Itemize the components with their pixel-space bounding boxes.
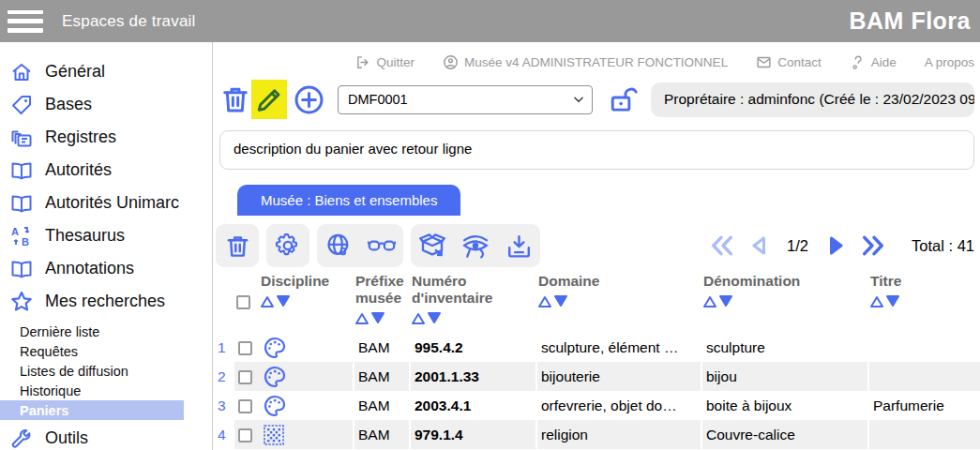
row-checkbox[interactable]: [238, 370, 252, 384]
read-view-button[interactable]: [368, 232, 396, 260]
contact-link[interactable]: Contact: [756, 54, 822, 70]
inventory-cell: 995.4.2: [410, 333, 536, 362]
table-header-row: Discipline Préfixe musée Numéro d'invent…: [214, 269, 980, 333]
last-page-button[interactable]: [861, 233, 885, 258]
sidebar-item-thesaurus[interactable]: AB Thesaurus: [0, 219, 212, 252]
quitter-link[interactable]: Quitter: [355, 54, 415, 70]
app-logo: BAM Flora: [850, 8, 972, 35]
sort-control[interactable]: [355, 312, 406, 324]
total-count: Total : 41: [912, 237, 974, 255]
svg-text:A: A: [11, 226, 19, 237]
export-box-button[interactable]: [418, 232, 446, 260]
domaine-cell: religion: [536, 420, 701, 449]
subnav-item-requetes[interactable]: Requêtes: [0, 341, 212, 361]
add-basket-button[interactable]: [293, 83, 324, 115]
column-header-titre: Titre: [868, 269, 980, 333]
sidebar-item-label: Thesaurus: [45, 226, 125, 246]
table-row: 2 BAM 2001.1.33 bijouterie bijou: [214, 362, 980, 391]
sort-control[interactable]: [412, 312, 533, 324]
download-button[interactable]: [505, 232, 533, 260]
book-icon: [9, 191, 34, 216]
next-page-button[interactable]: [823, 233, 848, 258]
sort-control[interactable]: [703, 295, 865, 308]
current-user[interactable]: Musée v4 ADMINISTRATEUR FONCTIONNEL: [443, 54, 728, 70]
domaine-cell: sculpture, élément …: [536, 333, 701, 362]
sidebar-item-mes-recherches[interactable]: Mes recherches: [0, 285, 212, 318]
table-row: 1 BAM 995.4.2 sculpture, élément … sculp…: [214, 333, 980, 362]
sort-control[interactable]: [538, 295, 698, 308]
palette-icon: [263, 365, 287, 389]
application-window: Espaces de travail BAM Flora Général Bas…: [0, 0, 980, 450]
preview-button[interactable]: [461, 232, 490, 260]
discipline-cell: [259, 420, 354, 449]
subnav-item-listes-de-diffusion[interactable]: Listes de diffusion: [0, 361, 212, 381]
hamburger-menu-icon[interactable]: [8, 8, 45, 36]
page-indicator: 1/2: [787, 237, 808, 255]
delete-basket-button[interactable]: [219, 83, 251, 115]
sidebar-item-label: Autorités: [45, 160, 112, 180]
sidebar-item-label: Général: [45, 62, 105, 82]
translate-icon: AB: [9, 224, 34, 248]
envelope-icon: [756, 54, 772, 70]
subnav-item-historique[interactable]: Historique: [0, 381, 212, 400]
sidebar-item-label: Outils: [45, 428, 88, 448]
domaine-cell: orfevrerie, objet do…: [536, 391, 701, 420]
previous-page-button[interactable]: [747, 233, 772, 258]
denomination-cell: Couvre-calice: [701, 420, 868, 449]
download-icon: [505, 232, 533, 260]
trash-icon: [220, 83, 250, 115]
sort-control[interactable]: [870, 295, 976, 308]
plus-circle-icon: [294, 84, 324, 115]
sidebar-item-general[interactable]: Général: [0, 55, 212, 88]
subnav-item-derniere-liste[interactable]: Dernière liste: [0, 322, 212, 341]
logout-icon: [355, 54, 371, 70]
first-page-button[interactable]: [710, 233, 734, 258]
settings-button[interactable]: [266, 224, 309, 267]
titre-cell: Parfumerie: [868, 391, 980, 420]
domaine-cell: bijouterie: [536, 362, 701, 391]
sidebar-item-registres[interactable]: Registres: [0, 121, 212, 154]
row-number-link[interactable]: 1: [214, 333, 234, 362]
main-content: Quitter Musée v4 ADMINISTRATEUR FONCTION…: [214, 42, 980, 450]
subnav-item-paniers[interactable]: Paniers: [0, 400, 184, 420]
row-number-link[interactable]: 4: [214, 420, 234, 449]
palette-icon: [263, 394, 287, 418]
sidebar-item-outils[interactable]: Outils: [0, 422, 212, 450]
registers-icon: [9, 126, 34, 150]
sidebar-item-autorites[interactable]: Autorités: [0, 154, 212, 187]
sidebar-item-label: Autorités Unimarc: [45, 193, 179, 213]
scope-tab-musee-biens[interactable]: Musée : Biens et ensembles: [237, 185, 460, 216]
inventory-cell: 2001.1.33: [410, 362, 536, 391]
prefix-cell: BAM: [354, 333, 410, 362]
row-number-link[interactable]: 2: [214, 362, 234, 391]
basket-select[interactable]: DMF0001: [338, 85, 593, 114]
sidebar-item-annotations[interactable]: Annotations: [0, 252, 212, 285]
book-icon: [9, 158, 34, 183]
titre-cell: [868, 333, 980, 362]
wrench-icon: [9, 427, 34, 450]
row-checkbox[interactable]: [238, 341, 252, 355]
web-view-button[interactable]: [324, 232, 353, 260]
column-header-discipline: Discipline: [259, 269, 354, 333]
apropos-link[interactable]: A propos: [925, 55, 974, 69]
help-icon: [850, 54, 866, 70]
row-checkbox[interactable]: [238, 399, 252, 413]
user-icon: [443, 54, 459, 70]
sidebar-item-bases[interactable]: Bases: [0, 88, 212, 121]
box-export-icon: [418, 232, 446, 260]
book-icon: [9, 257, 34, 281]
aide-link[interactable]: Aide: [850, 54, 897, 70]
row-checkbox[interactable]: [238, 428, 252, 442]
basket-description-field[interactable]: description du panier avec retour ligne: [219, 130, 974, 170]
row-number-link[interactable]: 3: [214, 391, 234, 420]
svg-text:B: B: [22, 236, 29, 248]
unlock-button[interactable]: [608, 83, 640, 115]
delete-selection-button[interactable]: [216, 224, 259, 267]
sort-control[interactable]: [261, 295, 350, 308]
owner-status-badge: Proprétaire : adminfonc (Créé le : 23/02…: [651, 82, 974, 117]
select-all-checkbox[interactable]: [236, 295, 250, 309]
tag-icon: [9, 93, 34, 117]
sidebar-item-autorites-unimarc[interactable]: Autorités Unimarc: [0, 187, 212, 219]
star-icon: [9, 290, 34, 314]
edit-basket-button[interactable]: [251, 80, 287, 119]
